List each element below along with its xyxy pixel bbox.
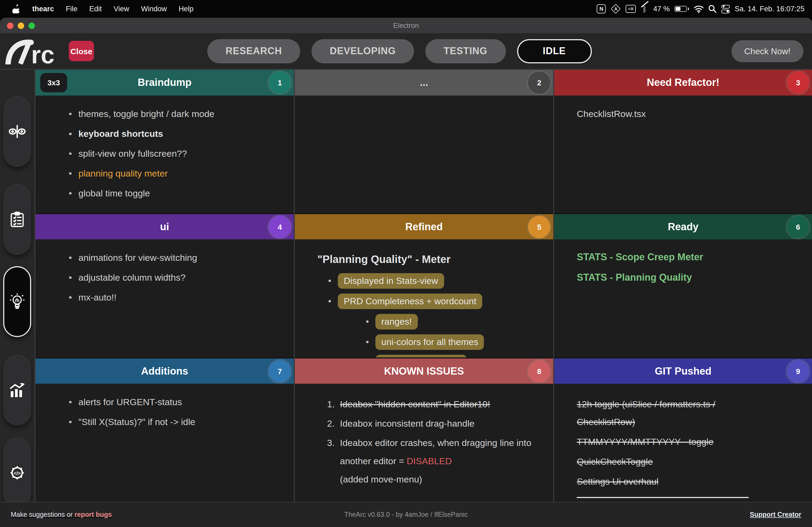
battery-percentage[interactable]: 47 % xyxy=(653,0,670,18)
check-now-button[interactable]: Check Now! xyxy=(731,40,804,62)
sidebar-checklist-button[interactable] xyxy=(3,184,31,255)
refined-heading[interactable]: "Planning Quality" - Meter xyxy=(295,239,553,266)
highlight-chip: ranges! xyxy=(375,314,418,330)
menu-clock[interactable]: Sa. 14. Feb. 16:07:25 xyxy=(735,0,804,18)
panel-badge-6: 6 xyxy=(787,215,809,238)
close-button[interactable]: Close xyxy=(69,41,94,61)
idea-line[interactable]: mx-auto!! xyxy=(70,292,272,304)
svg-text:</>: </> xyxy=(14,471,21,476)
highlight-chip: Displayed in Stats-view xyxy=(338,273,444,289)
panel-header-ready[interactable]: Ready 6 xyxy=(554,213,812,239)
panel-header-git-pushed[interactable]: GIT Pushed 9 xyxy=(554,358,812,384)
zoom-window-button[interactable] xyxy=(28,22,35,29)
apple-icon xyxy=(12,4,20,13)
diamond-app-status-icon[interactable]: A xyxy=(611,0,621,18)
bluetooth-off-icon[interactable]: ᛒ xyxy=(641,0,649,18)
panel-badge-1: 1 xyxy=(269,71,291,94)
issue-line[interactable]: 1.Ideabox "hidden content" in Editor10! xyxy=(340,395,534,414)
menu-app-name[interactable]: thearc xyxy=(26,0,60,18)
panel-content-additions[interactable]: alerts for URGENT-status "Still X(Status… xyxy=(35,384,294,502)
menu-file[interactable]: File xyxy=(60,0,84,18)
panel-content-dots[interactable] xyxy=(295,95,553,213)
panel-header-refined[interactable]: Refined 5 xyxy=(295,213,553,239)
sidebar-ideas-button[interactable] xyxy=(3,266,31,337)
window-title: Electron xyxy=(393,21,419,30)
done-line[interactable]: QuickCheckToggle xyxy=(577,453,769,471)
shortcuts-status-icon[interactable]: ≡⌘ xyxy=(626,0,636,18)
idea-line[interactable]: Displayed in Stats-view xyxy=(329,273,537,289)
sidebar-stats-button[interactable] xyxy=(3,355,31,425)
panel-content-ready[interactable]: STATS - Scope Creep Meter STATS - Planni… xyxy=(554,239,812,358)
idea-line[interactable]: "Still X(Status)?" if not -> idle xyxy=(70,417,272,428)
tab-idle[interactable]: IDLE xyxy=(517,39,592,63)
battery-icon[interactable] xyxy=(675,0,689,18)
notion-status-icon[interactable]: N xyxy=(597,4,606,13)
sidebar-settings-button[interactable]: </> xyxy=(3,437,31,508)
panel-content-refined[interactable]: "Planning Quality" - Meter Displayed in … xyxy=(295,239,553,358)
tab-testing[interactable]: TESTING xyxy=(425,39,506,63)
disabled-flag: DISABLED xyxy=(407,456,452,466)
menu-help[interactable]: Help xyxy=(173,0,200,18)
electron-window: Electron rc Close RESEARCH DEVELOPING TE… xyxy=(0,18,812,527)
tab-developing[interactable]: DEVELOPING xyxy=(311,39,414,63)
panel-badge-7: 7 xyxy=(269,360,291,382)
idea-line[interactable]: global time toggle xyxy=(70,188,272,200)
panel-content-git-pushed[interactable]: 12h toggle (uiSlice / formatters.ts / Ch… xyxy=(554,384,812,502)
panel-header-known-issues[interactable]: KNOWN ISSUES 8 xyxy=(295,358,553,384)
idea-line[interactable]: planning quality meter xyxy=(70,168,272,180)
menu-window[interactable]: Window xyxy=(135,0,173,18)
grid-size-label[interactable]: 3x3 xyxy=(40,73,67,92)
svg-text:rc: rc xyxy=(31,41,55,64)
idea-line[interactable]: ChecklistRow.tsx xyxy=(554,95,812,120)
sidebar-split-view-button[interactable] xyxy=(3,96,31,167)
panel-content-ui[interactable]: animations for view-switching adjustable… xyxy=(35,239,294,358)
panel-content-braindump[interactable]: themes, toggle bright / dark mode keyboa… xyxy=(35,95,294,213)
highlight-chip: uni-colors for all themes xyxy=(375,334,484,350)
support-creator-link[interactable]: Support Creator xyxy=(750,511,801,518)
gear-code-icon: </> xyxy=(9,464,26,481)
idea-board-grid: 3x3 Braindump 1 themes, toggle bright / … xyxy=(34,70,812,520)
menu-edit[interactable]: Edit xyxy=(84,0,108,18)
panel-badge-3: 3 xyxy=(787,71,809,94)
apple-menu[interactable] xyxy=(6,0,26,18)
done-line[interactable]: 12h toggle (uiSlice / formatters.ts / Ch… xyxy=(577,395,769,431)
idea-line[interactable]: ranges! xyxy=(367,314,537,330)
control-center-icon[interactable] xyxy=(721,0,730,18)
divider xyxy=(577,497,749,498)
menu-view[interactable]: View xyxy=(108,0,135,18)
idea-line[interactable]: adjustable column widths? xyxy=(70,272,272,284)
window-title-bar[interactable]: Electron xyxy=(0,18,812,33)
panel-header-additions[interactable]: Additions 7 xyxy=(35,358,294,384)
idea-line[interactable]: themes, toggle bright / dark mode xyxy=(70,108,272,120)
issue-line[interactable]: 3.Ideabox editor crashes, when dragging … xyxy=(340,434,534,489)
idea-line[interactable]: uni-colors for all themes xyxy=(367,334,537,350)
tab-research[interactable]: RESEARCH xyxy=(207,39,300,63)
idea-line[interactable]: keyboard shortcuts xyxy=(70,128,272,140)
panel-badge-9: 9 xyxy=(787,360,809,382)
app-header: rc Close RESEARCH DEVELOPING TESTING IDL… xyxy=(0,33,812,70)
panel-header-dots[interactable]: ... 2 xyxy=(295,70,553,95)
spotlight-search-icon[interactable] xyxy=(708,0,716,18)
report-bugs-link[interactable]: Make suggestions or report bugs xyxy=(11,511,112,518)
idea-line[interactable]: alerts for URGENT-status xyxy=(70,396,272,408)
idea-line[interactable]: PRD Completeness + wordcount xyxy=(329,293,537,309)
panel-header-ui[interactable]: ui 4 xyxy=(35,213,294,239)
wifi-icon[interactable] xyxy=(694,0,704,18)
idea-line[interactable]: animations for view-switching xyxy=(70,252,272,264)
checklist-icon xyxy=(10,211,25,228)
minimize-window-button[interactable] xyxy=(18,22,24,29)
idea-line[interactable]: STATS - Scope Creep Meter xyxy=(577,251,796,263)
idea-line[interactable]: split-view only fullscreen?? xyxy=(70,148,272,160)
panel-content-need-refactor[interactable]: ChecklistRow.tsx xyxy=(554,95,812,213)
arc-logo: rc xyxy=(5,39,66,66)
done-line[interactable]: TTMMYYYY/MMTTYYYY - toggle xyxy=(577,433,769,451)
issue-line[interactable]: 2.Ideabox inconsistent drag-handle xyxy=(340,415,534,433)
panel-content-known-issues[interactable]: 1.Ideabox "hidden content" in Editor10! … xyxy=(295,384,553,502)
idea-line-clipped[interactable] xyxy=(367,355,537,358)
panel-header-braindump[interactable]: 3x3 Braindump 1 xyxy=(35,70,294,95)
idea-line[interactable]: STATS - Planning Quality xyxy=(577,272,796,283)
done-line[interactable]: Settings Ui overhaul xyxy=(577,473,769,491)
panel-header-need-refactor[interactable]: Need Refactor! 3 xyxy=(554,70,812,95)
close-window-button[interactable] xyxy=(7,22,13,29)
split-view-icon xyxy=(9,124,26,139)
